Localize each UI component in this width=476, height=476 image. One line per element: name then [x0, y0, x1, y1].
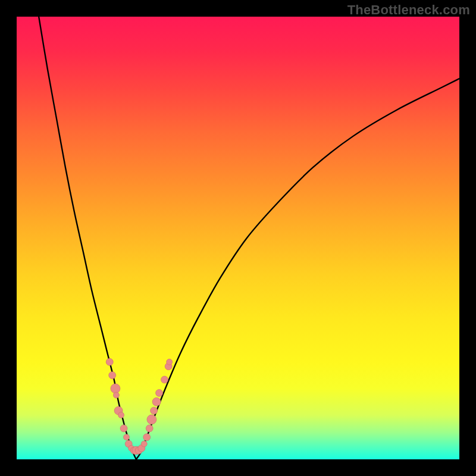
highlight-dot [151, 407, 158, 414]
curve-right-branch [136, 79, 459, 459]
chart-frame: TheBottleneck.com [0, 0, 476, 476]
highlight-dot [141, 441, 147, 447]
highlight-dot [111, 384, 120, 393]
highlight-dot [109, 372, 116, 379]
highlight-dot [152, 397, 161, 406]
highlight-dot [147, 415, 156, 424]
highlight-dot [146, 425, 153, 432]
highlight-dot [120, 425, 127, 432]
highlight-dot [161, 376, 168, 383]
highlight-dot [124, 434, 130, 440]
plot-area [17, 17, 459, 459]
highlight-dot [113, 392, 119, 398]
chart-overlay [17, 17, 459, 459]
highlight-dot [118, 412, 124, 418]
curve-left-branch [39, 17, 136, 459]
highlight-dot [156, 389, 163, 396]
watermark-text: TheBottleneck.com [347, 2, 470, 18]
highlight-dot [106, 358, 113, 365]
highlight-dots [106, 358, 172, 455]
highlight-dot [143, 434, 151, 441]
highlight-dot [167, 359, 173, 365]
